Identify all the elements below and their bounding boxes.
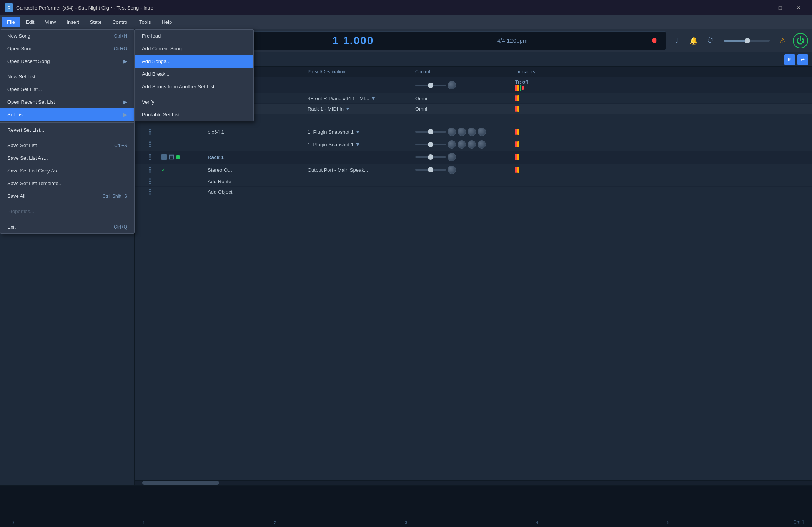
open-recent-set-list-label: Open Recent Set List bbox=[7, 99, 55, 105]
add-break-label: Add Break... bbox=[142, 71, 170, 77]
knob-9[interactable] bbox=[478, 140, 486, 149]
submenu-preload[interactable]: Pre-load bbox=[135, 30, 253, 42]
volume-slider-3[interactable] bbox=[415, 140, 515, 149]
save-set-list-as-label: Save Set List As... bbox=[7, 155, 48, 161]
menu-save-set-list-template[interactable]: Save Set List Template... bbox=[0, 177, 134, 190]
submenu-add-songs-another[interactable]: Add Songs from Another Set List... bbox=[135, 80, 253, 93]
minimize-button[interactable]: ─ bbox=[753, 0, 770, 15]
setlist-submenu: Pre-load Add Current Song Add Songs... A… bbox=[135, 29, 254, 121]
new-song-label: New Song bbox=[7, 33, 30, 39]
power-button[interactable]: ⏻ bbox=[793, 33, 808, 48]
menu-save-all[interactable]: Save All Ctrl+Shift+S bbox=[0, 190, 134, 202]
submenu-verify[interactable]: Verify bbox=[135, 96, 253, 108]
knob-1[interactable] bbox=[448, 81, 456, 89]
maximize-button[interactable]: □ bbox=[771, 0, 789, 15]
open-song-shortcut: Ctrl+O bbox=[114, 46, 127, 51]
submenu-add-current-song[interactable]: Add Current Song bbox=[135, 42, 253, 55]
note-label-0: 0 bbox=[12, 520, 14, 525]
open-set-list-label: Open Set List... bbox=[7, 86, 42, 92]
drag-handle[interactable] bbox=[149, 129, 151, 135]
row-preset-cell: 4Front R-Piano x64 1 - MI... ▼ bbox=[308, 95, 415, 101]
drag-handle[interactable] bbox=[149, 167, 151, 173]
filter-icon: ▼ bbox=[355, 129, 361, 135]
piano-svg: // This will be generated below bbox=[31, 489, 800, 524]
menu-new-set-list[interactable]: New Set List bbox=[0, 70, 134, 83]
row-name-cell: Rack 1 bbox=[208, 154, 308, 160]
stereo-slider[interactable] bbox=[415, 166, 515, 174]
rack-knob[interactable] bbox=[448, 153, 456, 161]
save-all-label: Save All bbox=[7, 193, 25, 199]
submenu-add-break[interactable]: Add Break... bbox=[135, 68, 253, 80]
knob-8[interactable] bbox=[468, 140, 476, 149]
knob-6[interactable] bbox=[448, 140, 456, 149]
submenu-add-songs[interactable]: Add Songs... bbox=[135, 55, 253, 68]
row-indicators-cell bbox=[515, 154, 808, 160]
row-preset-cell: 1: Plugin Snapshot 1 ▼ bbox=[308, 141, 415, 147]
add-object-label: Add Object bbox=[208, 189, 308, 195]
menu-view[interactable]: View bbox=[40, 17, 61, 27]
clock-icon[interactable]: ⏱ bbox=[704, 34, 717, 48]
menu-open-recent-song[interactable]: Open Recent Song ▶ bbox=[0, 55, 134, 68]
indicator-bars bbox=[515, 85, 808, 91]
table-row: ✓ Stereo Out Output Port - Main Speak... bbox=[135, 164, 812, 176]
submenu-printable[interactable]: Printable Set List bbox=[135, 108, 253, 121]
menu-revert-set-list[interactable]: Revert Set List... bbox=[0, 124, 134, 136]
table-row[interactable]: Add Route bbox=[135, 176, 812, 187]
close-button[interactable]: ✕ bbox=[790, 0, 807, 15]
drag-handle[interactable] bbox=[149, 154, 151, 160]
knob-5[interactable] bbox=[478, 128, 486, 136]
save-all-shortcut: Ctrl+Shift+S bbox=[102, 194, 127, 199]
knob-4[interactable] bbox=[468, 128, 476, 136]
row-state-cell: ⊟ bbox=[161, 153, 208, 161]
row-control-cell bbox=[415, 140, 515, 149]
metronome-icon[interactable]: 🔔 bbox=[687, 34, 701, 48]
menu-file[interactable]: File bbox=[2, 17, 20, 27]
collapse-icon-2[interactable] bbox=[161, 154, 167, 160]
menu-help[interactable]: Help bbox=[156, 17, 177, 27]
open-recent-song-arrow: ▶ bbox=[123, 58, 127, 64]
horizontal-scrollbar[interactable] bbox=[135, 480, 812, 485]
table-row[interactable]: Add Object bbox=[135, 187, 812, 197]
menu-save-set-list-as[interactable]: Save Set List As... bbox=[0, 152, 134, 164]
menu-insert[interactable]: Insert bbox=[61, 17, 85, 27]
app-icon: C bbox=[5, 3, 13, 12]
menu-open-set-list[interactable]: Open Set List... bbox=[0, 83, 134, 96]
time-sig-display: 4/4 120bpm bbox=[497, 37, 527, 44]
menu-state[interactable]: State bbox=[85, 17, 107, 27]
volume-slider-2[interactable] bbox=[415, 128, 515, 136]
add-route-label: Add Route bbox=[208, 179, 308, 184]
knob-2[interactable] bbox=[448, 128, 456, 136]
row-indicators-cell bbox=[515, 95, 808, 101]
drag-handle[interactable] bbox=[149, 189, 151, 195]
stereo-knob[interactable] bbox=[448, 166, 456, 174]
drag-handle[interactable] bbox=[149, 178, 151, 184]
note-icon[interactable]: ♩ bbox=[670, 34, 684, 48]
scroll-thumb[interactable] bbox=[142, 481, 219, 485]
menu-new-song[interactable]: New Song Ctrl+N bbox=[0, 30, 134, 42]
volume-slider[interactable] bbox=[415, 81, 515, 89]
beat-display: 1 1.000 bbox=[333, 35, 374, 47]
menu-tools[interactable]: Tools bbox=[134, 17, 156, 27]
menu-control[interactable]: Control bbox=[107, 17, 134, 27]
menu-exit[interactable]: Exit Ctrl+Q bbox=[0, 220, 134, 233]
drag-handle[interactable] bbox=[149, 141, 151, 147]
knob-7[interactable] bbox=[458, 140, 466, 149]
row-indicators-cell bbox=[515, 129, 808, 135]
title-bar: C Cantabile Performer (x64) - Sat. Night… bbox=[0, 0, 812, 15]
menu-set-list[interactable]: Set List ▶ bbox=[0, 108, 134, 121]
warning-icon[interactable]: ⚠ bbox=[776, 34, 790, 48]
rack-slider[interactable] bbox=[415, 153, 515, 161]
menu-edit[interactable]: Edit bbox=[20, 17, 40, 27]
grid-view-icon[interactable]: ⊞ bbox=[784, 54, 795, 65]
knob-3[interactable] bbox=[458, 128, 466, 136]
chain-icon[interactable]: ⇌ bbox=[797, 54, 808, 65]
row-control-cell bbox=[415, 153, 515, 161]
active-indicator bbox=[176, 155, 180, 159]
menu-save-set-list-copy-as[interactable]: Save Set List Copy As... bbox=[0, 164, 134, 177]
menu-save-set-list[interactable]: Save Set List Ctrl+S bbox=[0, 139, 134, 152]
note-label-5: 5 bbox=[667, 520, 669, 525]
add-current-song-label: Add Current Song bbox=[142, 46, 182, 51]
master-slider[interactable] bbox=[724, 40, 770, 42]
menu-open-recent-set-list[interactable]: Open Recent Set List ▶ bbox=[0, 96, 134, 108]
menu-open-song[interactable]: Open Song... Ctrl+O bbox=[0, 42, 134, 55]
